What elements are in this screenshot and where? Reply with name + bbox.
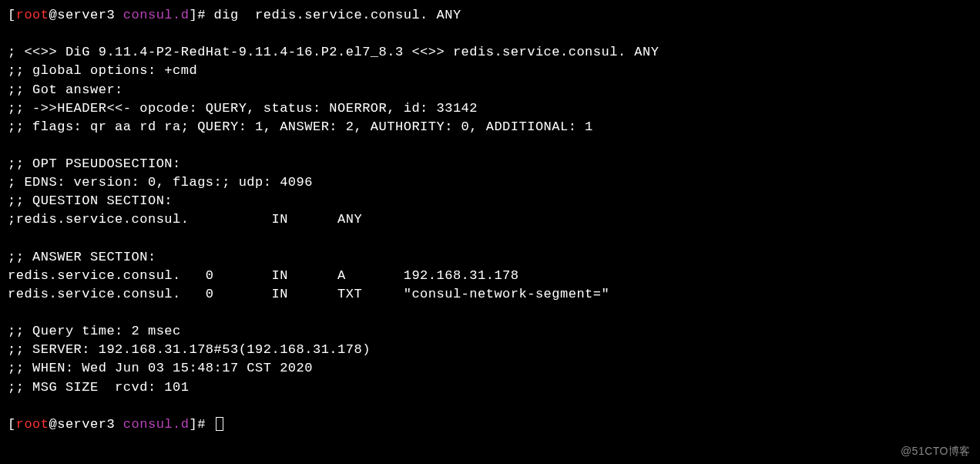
bracket-open: [ (8, 8, 16, 22)
terminal-output[interactable]: [root@server3 consul.d]# dig redis.servi… (8, 6, 972, 434)
output-line: ;; OPT PSEUDOSECTION: (8, 156, 181, 171)
output-line: ;; ANSWER SECTION: (8, 250, 156, 264)
output-line: ;; QUESTION SECTION: (8, 193, 173, 208)
output-line: ;; flags: qr aa rd ra; QUERY: 1, ANSWER:… (8, 119, 593, 134)
command-text: dig redis.service.consul. ANY (214, 8, 461, 22)
prompt-dir: consul.d (123, 8, 190, 22)
prompt-user: root (16, 8, 49, 22)
output-line: ;; ->>HEADER<<- opcode: QUERY, status: N… (8, 101, 478, 116)
output-line: ;; global options: +cmd (8, 63, 197, 78)
bracket-close: ]# (189, 8, 213, 22)
output-line: ; EDNS: version: 0, flags:; udp: 4096 (8, 175, 313, 190)
watermark-text: @51CTO博客 (901, 444, 971, 459)
output-line: redis.service.consul. 0 IN TXT "consul-n… (8, 287, 609, 301)
prompt-user: root (16, 417, 49, 432)
output-line: ;; SERVER: 192.168.31.178#53(192.168.31.… (8, 342, 371, 357)
output-line: redis.service.consul. 0 IN A 192.168.31.… (8, 268, 519, 283)
bracket-open: [ (8, 417, 16, 432)
output-line: ; <<>> DiG 9.11.4-P2-RedHat-9.11.4-16.P2… (8, 45, 659, 59)
bracket-close: ]# (189, 417, 213, 432)
output-line: ;; Query time: 2 msec (8, 324, 181, 338)
prompt-line-1: [root@server3 consul.d]# dig redis.servi… (8, 6, 972, 25)
prompt-host: @server3 (49, 417, 123, 432)
prompt-dir: consul.d (123, 417, 190, 432)
output-line: ;redis.service.consul. IN ANY (8, 212, 362, 227)
output-line: ;; MSG SIZE rcvd: 101 (8, 380, 189, 395)
cursor-icon (216, 417, 223, 431)
prompt-host: @server3 (49, 8, 123, 22)
output-line: ;; Got answer: (8, 82, 123, 97)
prompt-line-2[interactable]: [root@server3 consul.d]# (8, 415, 972, 434)
output-line: ;; WHEN: Wed Jun 03 15:48:17 CST 2020 (8, 361, 313, 375)
